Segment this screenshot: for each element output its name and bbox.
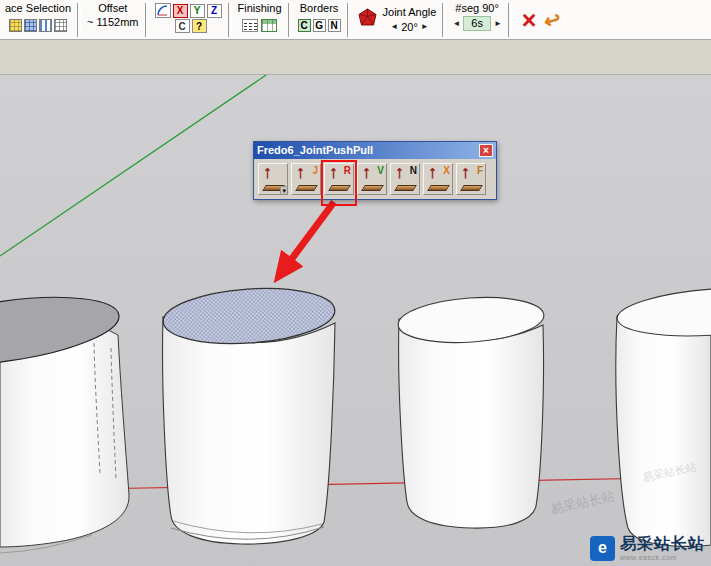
face-selection-modes [9, 19, 67, 32]
pushpull-vector-button[interactable]: ↑ V [357, 163, 387, 195]
green-axis-line [0, 75, 272, 256]
select-columns-icon[interactable] [39, 19, 52, 32]
push-arrow-icon: ↑ [362, 162, 371, 183]
viewport-3d[interactable]: Fredo6_JointPushPull × ↑ ▾ ↑ J ↑ R ↑ [0, 75, 711, 566]
wood-base-icon [361, 185, 384, 191]
main-toolbar: ace Selection Offset ~ 1152mm X [0, 0, 711, 40]
push-arrow-icon: ↑ [461, 162, 470, 183]
toolbar-separator [228, 3, 232, 37]
segments-increase[interactable]: ► [494, 19, 502, 29]
wood-base-icon [328, 185, 351, 191]
dropdown-icon[interactable]: ▾ [280, 186, 287, 194]
borders-label: Borders [300, 2, 339, 15]
select-faces-blue-icon[interactable] [24, 19, 37, 32]
toolbar-separator [508, 3, 512, 37]
mode-letter: X [443, 165, 450, 176]
cylinder-2-body[interactable] [163, 317, 335, 544]
watermark-title: 易采站长站 [620, 536, 705, 553]
annotation-arrow [279, 202, 334, 276]
pushpull-basic-button[interactable]: ↑ ▾ [258, 163, 288, 195]
pushpull-joint-button[interactable]: ↑ J [291, 163, 321, 195]
mode-letter: R [344, 165, 351, 176]
segments-decrease[interactable]: ◄ [452, 19, 460, 29]
dialog-titlebar[interactable]: Fredo6_JointPushPull × [254, 142, 496, 159]
watermark: e 易采站长站 www.easck.com [590, 536, 705, 561]
offset-label: Offset [98, 2, 127, 15]
dialog-title: Fredo6_JointPushPull [257, 142, 479, 159]
wood-base-icon [427, 185, 450, 191]
toolbar-separator [347, 3, 351, 37]
push-arrow-icon: ↑ [296, 162, 305, 183]
logo-glyph: e [598, 539, 607, 557]
axis-lock-group: X Y Z C ? [150, 1, 227, 39]
axis-custom-button[interactable]: C [175, 19, 190, 33]
toolbar-separator [442, 3, 446, 37]
push-arrow-icon: ↑ [428, 162, 437, 183]
face-selection-group: ace Selection [0, 1, 76, 39]
finishing-group: Finishing [233, 1, 287, 39]
joint-polyhedron-icon[interactable] [357, 8, 378, 33]
select-grid-icon[interactable] [54, 19, 67, 32]
toolbar-separator [77, 3, 81, 37]
mode-letter: V [377, 165, 384, 176]
joint-angle-increase[interactable]: ► [421, 22, 429, 32]
mode-letter: N [410, 165, 417, 176]
pushpull-normal-button[interactable]: ↑ N [390, 163, 420, 195]
pushpull-round-button[interactable]: ↑ R [324, 163, 354, 195]
mode-letter: J [312, 165, 318, 176]
watermark-subtitle: www.easck.com [620, 554, 705, 561]
finishing-table-icon[interactable] [261, 19, 277, 32]
push-arrow-icon: ↑ [263, 162, 272, 183]
dashed-lines-icon[interactable] [242, 19, 258, 32]
cylinder-4[interactable] [616, 282, 711, 546]
axis-y-button[interactable]: Y [190, 4, 205, 18]
close-button[interactable]: × [479, 144, 493, 157]
finishing-label: Finishing [238, 2, 282, 15]
pushpull-follow-button[interactable]: ↑ F [456, 163, 486, 195]
jointpushpull-dialog: Fredo6_JointPushPull × ↑ ▾ ↑ J ↑ R ↑ [253, 141, 497, 200]
joint-angle-decrease[interactable]: ◄ [390, 22, 398, 32]
pushpull-extrude-button[interactable]: ↑ X [423, 163, 453, 195]
push-arrow-icon: ↑ [395, 162, 404, 183]
borders-group: Borders C G N [293, 1, 346, 39]
borders-g-toggle[interactable]: G [313, 19, 326, 32]
joint-angle-group: Joint Angle ◄ 20° ► [352, 1, 442, 39]
wood-base-icon [394, 185, 417, 191]
offset-group: Offset ~ 1152mm [82, 1, 143, 39]
window-gap [0, 40, 711, 75]
wood-base-icon [295, 185, 318, 191]
undo-arrow-icon[interactable]: ↩ [542, 6, 564, 34]
mode-letter: F [477, 165, 483, 176]
cylinder-2[interactable] [161, 283, 336, 544]
abort-icon[interactable]: × [522, 8, 537, 33]
segments-group: #seg 90° ◄ 6s ► [447, 1, 506, 39]
protractor-icon[interactable] [155, 3, 171, 18]
segments-value[interactable]: 6s [463, 16, 491, 31]
joint-angle-value[interactable]: 20° [401, 20, 418, 35]
dialog-body: ↑ ▾ ↑ J ↑ R ↑ V ↑ N [254, 159, 496, 199]
offset-value[interactable]: ~ 1152mm [87, 15, 138, 30]
select-faces-yellow-icon[interactable] [9, 19, 22, 32]
axis-z-button[interactable]: Z [207, 4, 222, 18]
borders-n-toggle[interactable]: N [328, 19, 341, 32]
push-arrow-icon: ↑ [329, 162, 338, 183]
watermark-text: 易采站长站 www.easck.com [620, 536, 705, 561]
toolbar-end-group: × ↩ [513, 1, 570, 39]
toolbar-separator [145, 3, 149, 37]
joint-angle-label: Joint Angle [383, 6, 437, 19]
face-selection-label: ace Selection [5, 2, 71, 15]
borders-c-toggle[interactable]: C [298, 19, 311, 32]
easck-logo: e [590, 536, 615, 561]
help-button[interactable]: ? [192, 19, 207, 33]
axis-x-button[interactable]: X [173, 4, 188, 18]
cylinder-1[interactable] [0, 285, 129, 553]
wood-base-icon [460, 185, 483, 191]
toolbar-separator [288, 3, 292, 37]
cylinder-3[interactable] [397, 293, 546, 528]
segments-label: #seg 90° [455, 2, 499, 15]
